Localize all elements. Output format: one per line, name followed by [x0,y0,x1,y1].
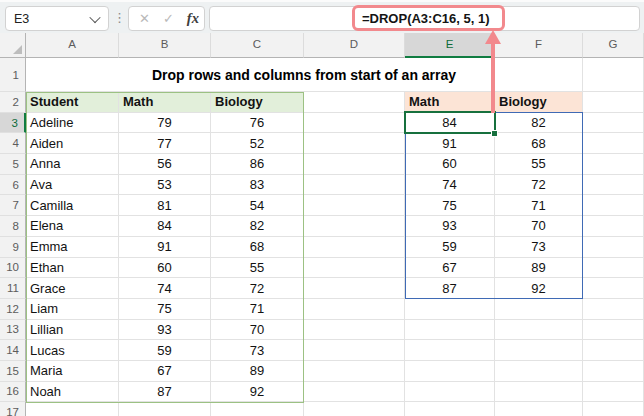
column-header-G[interactable]: G [583,33,644,58]
cell-C14[interactable]: 73 [211,340,304,361]
cell-C17[interactable] [211,402,304,416]
cell-A1-merged-title[interactable]: Drop rows and columns from start of an a… [26,58,583,92]
row-header-15[interactable]: 15 [0,361,26,382]
row-header-10[interactable]: 10 [0,258,26,279]
cell-G5[interactable] [583,154,644,175]
cell-F8[interactable]: 70 [495,216,583,237]
cell-A15[interactable]: Maria [26,361,119,382]
cell-B8[interactable]: 84 [119,216,211,237]
cell-C3[interactable]: 76 [211,113,304,134]
cell-C11[interactable]: 72 [211,278,304,299]
cell-G14[interactable] [583,340,644,361]
cell-B4[interactable]: 77 [119,133,211,154]
cell-G12[interactable] [583,299,644,320]
cell-F7[interactable]: 71 [495,195,583,216]
cell-C12[interactable]: 71 [211,299,304,320]
select-all-button[interactable] [0,33,26,58]
row-header-14[interactable]: 14 [0,340,26,361]
cell-G2[interactable] [583,92,644,113]
cell-C9[interactable]: 68 [211,237,304,258]
cell-C10[interactable]: 55 [211,258,304,279]
cell-A4[interactable]: Aiden [26,133,119,154]
cell-B7[interactable]: 81 [119,195,211,216]
row-header-9[interactable]: 9 [0,237,26,258]
column-header-D[interactable]: D [304,33,405,58]
row-header-13[interactable]: 13 [0,320,26,341]
cell-A10[interactable]: Ethan [26,258,119,279]
cell-F6[interactable]: 72 [495,175,583,196]
cell-B9[interactable]: 91 [119,237,211,258]
cell-A13[interactable]: Lillian [26,320,119,341]
row-header-6[interactable]: 6 [0,175,26,196]
cell-G9[interactable] [583,237,644,258]
cell-F16[interactable] [495,382,583,403]
cell-C4[interactable]: 52 [211,133,304,154]
cell-B16[interactable]: 87 [119,382,211,403]
cell-G13[interactable] [583,320,644,341]
cell-B10[interactable]: 60 [119,258,211,279]
cell-A16[interactable]: Noah [26,382,119,403]
cell-A3[interactable]: Adeline [26,113,119,134]
cell-E3[interactable]: 84 [405,113,495,134]
cell-G1[interactable] [583,58,644,92]
cell-D8[interactable] [304,216,405,237]
cell-G16[interactable] [583,382,644,403]
cell-E16[interactable] [405,382,495,403]
column-header-A[interactable]: A [26,33,119,58]
cell-E5[interactable]: 60 [405,154,495,175]
cell-C6[interactable]: 83 [211,175,304,196]
cell-F3[interactable]: 82 [495,113,583,134]
cell-G17[interactable] [583,402,644,416]
cell-D16[interactable] [304,382,405,403]
cell-A5[interactable]: Anna [26,154,119,175]
cell-B13[interactable]: 93 [119,320,211,341]
cell-E13[interactable] [405,320,495,341]
name-box[interactable]: E3 [5,6,109,31]
cell-G3[interactable] [583,113,644,134]
cell-A7[interactable]: Camilla [26,195,119,216]
cell-E17[interactable] [405,402,495,416]
row-header-17[interactable]: 17 [0,402,26,416]
cell-D6[interactable] [304,175,405,196]
cell-A9[interactable]: Emma [26,237,119,258]
cell-D7[interactable] [304,195,405,216]
cell-F17[interactable] [495,402,583,416]
cell-G7[interactable] [583,195,644,216]
row-header-4[interactable]: 4 [0,133,26,154]
cell-G11[interactable] [583,278,644,299]
cell-F4[interactable]: 68 [495,133,583,154]
cell-C16[interactable]: 92 [211,382,304,403]
cell-E9[interactable]: 59 [405,237,495,258]
row-header-12[interactable]: 12 [0,299,26,320]
cell-D3[interactable] [304,113,405,134]
cell-A6[interactable]: Ava [26,175,119,196]
cell-D15[interactable] [304,361,405,382]
cell-C7[interactable]: 54 [211,195,304,216]
cell-F2[interactable]: Biology [495,92,583,113]
row-header-3[interactable]: 3 [0,113,26,134]
cell-A11[interactable]: Grace [26,278,119,299]
cell-D10[interactable] [304,258,405,279]
cell-B15[interactable]: 67 [119,361,211,382]
column-header-E[interactable]: E [405,33,495,58]
cell-C8[interactable]: 82 [211,216,304,237]
cell-A14[interactable]: Lucas [26,340,119,361]
cell-F13[interactable] [495,320,583,341]
cell-D12[interactable] [304,299,405,320]
cell-D14[interactable] [304,340,405,361]
cell-E8[interactable]: 93 [405,216,495,237]
cell-D13[interactable] [304,320,405,341]
cell-G6[interactable] [583,175,644,196]
cell-G4[interactable] [583,133,644,154]
cell-F12[interactable] [495,299,583,320]
cell-A17[interactable] [26,402,119,416]
cell-E12[interactable] [405,299,495,320]
cell-D5[interactable] [304,154,405,175]
cell-B11[interactable]: 74 [119,278,211,299]
cell-A12[interactable]: Liam [26,299,119,320]
column-header-C[interactable]: C [211,33,304,58]
chevron-down-icon[interactable] [89,12,100,23]
row-header-16[interactable]: 16 [0,382,26,403]
cell-A8[interactable]: Elena [26,216,119,237]
cell-E15[interactable] [405,361,495,382]
